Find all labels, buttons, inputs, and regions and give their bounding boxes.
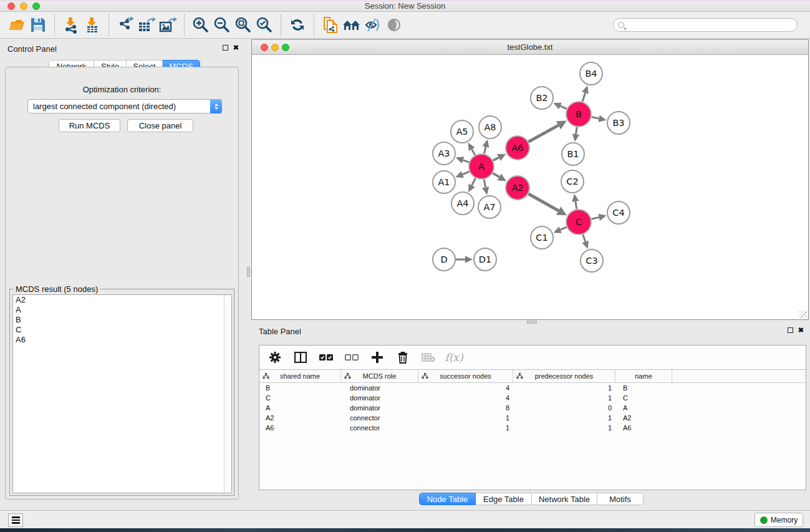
table-cell: dominator bbox=[341, 393, 418, 403]
mcds-result-item[interactable]: A6 bbox=[13, 335, 231, 345]
vertical-splitter-handle[interactable] bbox=[247, 267, 250, 277]
tab-motifs[interactable]: Motifs bbox=[597, 493, 644, 505]
mcds-result-item[interactable]: A bbox=[13, 305, 231, 315]
table-row[interactable]: Bdominator41B bbox=[259, 383, 806, 393]
zoom-in-icon[interactable] bbox=[190, 14, 211, 36]
export-image-icon[interactable] bbox=[157, 14, 178, 36]
dropdown-stepper-icon bbox=[210, 99, 222, 114]
home-icon[interactable] bbox=[341, 14, 362, 36]
mcds-result-item[interactable]: C bbox=[13, 325, 231, 335]
table-cell: 4 bbox=[418, 383, 513, 393]
graph-node-label-B: B bbox=[576, 109, 582, 119]
split-panel-icon[interactable] bbox=[293, 350, 308, 365]
import-table-icon[interactable] bbox=[82, 14, 103, 36]
graph-node-label-A: A bbox=[478, 162, 485, 172]
table-cell: A bbox=[615, 403, 672, 413]
close-table-panel-icon[interactable]: ✖ bbox=[798, 327, 804, 334]
tab-node-table[interactable]: Node Table bbox=[419, 493, 476, 505]
refresh-icon[interactable] bbox=[287, 14, 308, 36]
criterion-dropdown[interactable]: largest connected component (directed) bbox=[27, 99, 222, 114]
memory-status-icon bbox=[760, 516, 768, 524]
graph-arrowhead bbox=[572, 194, 579, 202]
graph-edge-A2-C bbox=[528, 194, 558, 211]
tab-network-table[interactable]: Network Table bbox=[532, 493, 597, 505]
graph-node-label-B4: B4 bbox=[585, 69, 597, 79]
column-header-mcds-role[interactable]: MCDS role bbox=[341, 370, 418, 382]
column-header-filler bbox=[672, 370, 806, 382]
table-cell: 4 bbox=[418, 393, 513, 403]
optimization-criterion-label: Optimization criterion: bbox=[6, 85, 238, 94]
table-row[interactable]: Adominator80A bbox=[259, 403, 806, 413]
graph-node-label-A3: A3 bbox=[438, 148, 450, 158]
clone-network-icon[interactable] bbox=[320, 14, 341, 36]
column-header-label: successor nodes bbox=[440, 372, 491, 380]
graph-arrowhead bbox=[572, 133, 579, 142]
criterion-selected-value: largest connected component (directed) bbox=[28, 102, 210, 111]
result-list-scrollbar[interactable] bbox=[224, 295, 231, 493]
column-header-name[interactable]: name bbox=[615, 370, 672, 382]
graph-node-label-A6: A6 bbox=[511, 143, 523, 153]
close-panel-icon[interactable]: ✖ bbox=[233, 44, 239, 51]
zoom-selected-icon[interactable] bbox=[254, 14, 275, 36]
column-header-shared-name[interactable]: shared name bbox=[259, 370, 341, 382]
graph-node-label-A7: A7 bbox=[483, 202, 495, 212]
run-mcds-button[interactable]: Run MCDS bbox=[59, 119, 120, 132]
network-canvas[interactable]: AA1A2A3A4A5A6A7A8BB1B2B3B4CC1C2C3C4DD1 bbox=[252, 55, 808, 319]
table-toolbar: f(x) bbox=[259, 346, 806, 369]
mcds-result-item[interactable]: B bbox=[13, 315, 231, 325]
column-header-label: shared name bbox=[280, 372, 320, 380]
delete-column-icon[interactable] bbox=[395, 350, 410, 365]
graph-edge-A-A5 bbox=[472, 149, 475, 155]
table-settings-icon[interactable] bbox=[268, 350, 282, 365]
delete-table-icon[interactable] bbox=[421, 350, 436, 365]
float-panel-icon[interactable] bbox=[223, 45, 228, 51]
task-history-button[interactable] bbox=[8, 513, 23, 527]
column-header-label: MCDS role bbox=[363, 372, 397, 380]
table-cell: A bbox=[259, 403, 341, 413]
column-header-predecessor-nodes[interactable]: predecessor nodes bbox=[513, 370, 615, 382]
mcds-result-item[interactable]: A2 bbox=[13, 295, 231, 305]
hide-columns-icon[interactable] bbox=[344, 350, 359, 365]
graph-edge-A-A2 bbox=[493, 173, 499, 177]
search-field[interactable] bbox=[613, 18, 798, 32]
zoom-out-icon[interactable] bbox=[211, 14, 233, 36]
search-input[interactable] bbox=[624, 21, 797, 29]
table-row[interactable]: A6connector11A6 bbox=[259, 423, 806, 433]
tab-edge-table[interactable]: Edge Table bbox=[476, 493, 532, 505]
close-panel-button[interactable]: Close panel bbox=[127, 119, 193, 132]
status-bar: Memory bbox=[0, 510, 810, 528]
graph-node-label-C3: C3 bbox=[586, 256, 597, 266]
mcds-result-list[interactable]: A2ABCA6 bbox=[12, 294, 232, 493]
table-cell: B bbox=[259, 383, 341, 393]
zoom-fit-icon[interactable] bbox=[233, 14, 254, 36]
table-cell: 1 bbox=[418, 413, 513, 423]
open-session-icon[interactable] bbox=[6, 14, 27, 36]
table-row[interactable]: Cdominator41C bbox=[259, 393, 806, 403]
table-cell: 1 bbox=[513, 423, 615, 433]
graph-arrowhead bbox=[482, 140, 489, 148]
import-network-icon[interactable] bbox=[60, 14, 82, 36]
graph-node-label-D: D bbox=[440, 254, 447, 264]
add-column-icon[interactable] bbox=[370, 350, 385, 365]
export-network-icon[interactable] bbox=[115, 14, 136, 36]
float-table-panel-icon[interactable] bbox=[788, 327, 793, 333]
table-cell: C bbox=[259, 393, 341, 403]
function-builder-icon[interactable]: f(x) bbox=[446, 350, 461, 365]
graph-arrowhead bbox=[598, 214, 606, 221]
resize-grip-icon[interactable] bbox=[799, 310, 807, 318]
show-columns-icon[interactable] bbox=[319, 350, 334, 365]
column-header-successor-nodes[interactable]: successor nodes bbox=[418, 370, 513, 382]
graph-arrowhead bbox=[482, 186, 489, 195]
graph-node-label-D1: D1 bbox=[479, 254, 491, 264]
table-row[interactable]: A2connector11A2 bbox=[259, 413, 806, 423]
export-table-icon[interactable] bbox=[136, 14, 157, 36]
table-tabs: Node TableEdge TableNetwork TableMotifs bbox=[419, 493, 644, 505]
save-session-icon[interactable] bbox=[27, 14, 49, 36]
network-window-titlebar[interactable]: testGlobe.txt bbox=[252, 40, 808, 55]
memory-button[interactable]: Memory bbox=[755, 513, 803, 527]
control-panel: Control Panel ✖ NetworkStyleSelectMCDS O… bbox=[0, 39, 243, 510]
hide-graphics-icon[interactable] bbox=[362, 14, 383, 36]
show-graphics-icon[interactable] bbox=[383, 14, 405, 36]
graph-edge-B-B4 bbox=[582, 93, 585, 102]
horizontal-splitter-handle[interactable] bbox=[527, 321, 537, 324]
